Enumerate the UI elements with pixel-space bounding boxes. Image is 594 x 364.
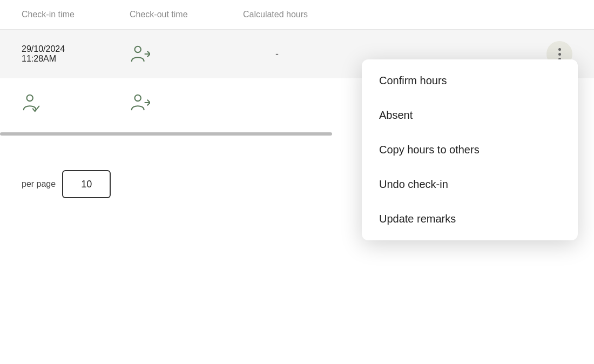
- checkin-icon: [22, 92, 42, 113]
- menu-item-update-remarks[interactable]: Update remarks: [362, 203, 578, 235]
- context-menu: Confirm hoursAbsentCopy hours to othersU…: [362, 59, 578, 240]
- svg-point-0: [135, 46, 141, 52]
- checkout-cell-2: [108, 92, 232, 113]
- column-header-checkin: Check-in time: [0, 10, 108, 19]
- calculated-cell: -: [232, 49, 362, 60]
- per-page-input[interactable]: [62, 170, 111, 198]
- dot-icon: [558, 48, 561, 51]
- checkin-cell: 29/10/2024 11:28AM: [0, 44, 108, 64]
- checkin-cell-2: [0, 92, 108, 113]
- menu-divider: [362, 201, 578, 202]
- menu-item-undo-checkin[interactable]: Undo check-in: [362, 168, 578, 200]
- menu-divider: [362, 98, 578, 98]
- column-header-calculated: Calculated hours: [232, 10, 362, 19]
- menu-item-confirm-hours[interactable]: Confirm hours: [362, 65, 578, 97]
- per-page-label: per page: [22, 179, 56, 189]
- checkout-icon-2: [130, 92, 150, 113]
- table-header: Check-in time Check-out time Calculated …: [0, 0, 594, 30]
- menu-item-copy-hours[interactable]: Copy hours to others: [362, 134, 578, 166]
- menu-divider: [362, 132, 578, 133]
- column-header-checkout: Check-out time: [108, 10, 232, 19]
- svg-point-3: [135, 95, 141, 101]
- menu-item-absent[interactable]: Absent: [362, 99, 578, 131]
- progress-bar: [0, 132, 332, 136]
- dot-icon: [558, 53, 561, 56]
- svg-point-2: [27, 95, 33, 101]
- checkout-icon: [130, 44, 150, 64]
- checkout-cell: [108, 44, 232, 64]
- menu-divider: [362, 167, 578, 167]
